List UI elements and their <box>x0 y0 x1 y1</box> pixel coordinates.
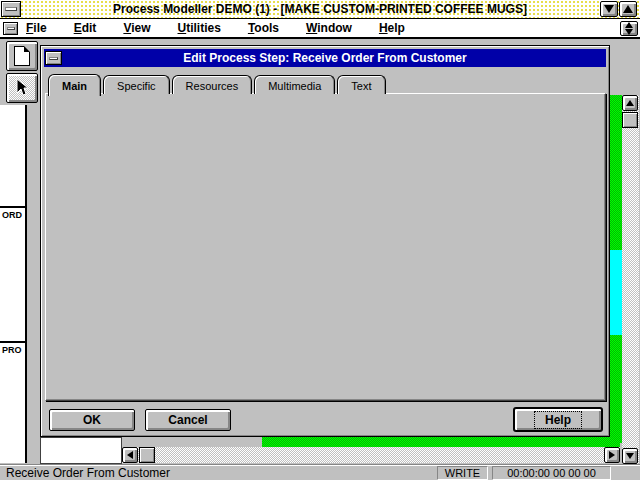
dialog-titlebar: Edit Process Step: Receive Order From Cu… <box>44 49 606 67</box>
menu-tools[interactable]: Tools <box>248 21 279 35</box>
maximize-icon <box>623 5 633 13</box>
scroll-down-button[interactable] <box>622 448 638 464</box>
cancel-button[interactable]: Cancel <box>145 409 231 431</box>
arrow-cursor-icon <box>14 79 30 97</box>
menu-window[interactable]: Window <box>306 21 352 35</box>
tab-multimedia[interactable]: Multimedia <box>254 75 335 94</box>
status-mode-indicator: WRITE <box>437 466 488 480</box>
scroll-left-icon <box>127 451 133 459</box>
status-bar: Receive Order From Customer WRITE 00:00:… <box>0 464 640 480</box>
menu-help[interactable]: Help <box>379 21 405 35</box>
status-clock: 00:00:00 00 00 00 <box>492 466 611 480</box>
map-green-region <box>610 95 622 250</box>
tab-specific[interactable]: Specific <box>103 75 170 94</box>
status-message: Receive Order From Customer <box>6 466 170 480</box>
lane-divider <box>0 341 25 343</box>
restore-down-icon <box>625 29 633 35</box>
lane-label-processing: PRO <box>2 345 22 355</box>
document-restore-button[interactable] <box>620 21 638 36</box>
map-green-region <box>610 335 622 443</box>
new-page-icon <box>14 46 30 66</box>
menu-edit[interactable]: Edit <box>74 21 97 35</box>
lane-divider <box>0 206 25 208</box>
scroll-right-icon <box>609 451 615 459</box>
edit-process-step-dialog: Edit Process Step: Receive Order From Cu… <box>40 45 610 437</box>
horizontal-scrollbar-thumb[interactable] <box>139 447 155 463</box>
map-canvas-fragment <box>40 437 122 464</box>
map-green-region <box>262 437 620 447</box>
minimize-icon <box>604 5 614 13</box>
menu-view[interactable]: View <box>123 21 150 35</box>
vertical-scrollbar[interactable] <box>622 95 639 464</box>
new-diagram-tool-button[interactable] <box>6 41 38 71</box>
menu-utilities[interactable]: Utilities <box>178 21 221 35</box>
tab-main[interactable]: Main <box>48 74 101 96</box>
app-title: Process Modeller DEMO (1) - [MAKE CUSTOM… <box>0 2 640 16</box>
scroll-left-button[interactable] <box>122 447 138 463</box>
cancel-button-label: Cancel <box>168 413 207 427</box>
tab-resources[interactable]: Resources <box>172 75 253 94</box>
help-button-label: Help <box>534 411 582 429</box>
tab-bar: Main Specific Resources Multimedia Text <box>48 72 388 94</box>
tab-content-panel <box>45 93 606 401</box>
lane-label-order: ORD <box>2 210 22 220</box>
system-menu-dash-icon <box>7 27 15 30</box>
scroll-up-icon <box>626 100 634 106</box>
scroll-down-icon <box>626 453 634 459</box>
scroll-up-button[interactable] <box>622 95 638 111</box>
tab-text[interactable]: Text <box>337 75 385 94</box>
menu-file[interactable]: File <box>26 21 47 35</box>
horizontal-scrollbar[interactable] <box>122 447 620 463</box>
restore-up-icon <box>625 22 633 28</box>
app-titlebar: Process Modeller DEMO (1) - [MAKE CUSTOM… <box>0 0 640 19</box>
ok-button[interactable]: OK <box>49 409 135 431</box>
ok-button-label: OK <box>83 413 101 427</box>
vertical-scrollbar-thumb[interactable] <box>622 112 638 128</box>
minimize-button[interactable] <box>600 1 618 17</box>
map-cyan-region <box>610 250 622 335</box>
menu-bar: File Edit View Utilities Tools Window He… <box>0 19 640 39</box>
document-system-menu-button[interactable] <box>3 22 18 35</box>
scroll-right-button[interactable] <box>604 447 620 463</box>
select-tool-button[interactable] <box>6 73 38 103</box>
help-button[interactable]: Help <box>514 408 602 431</box>
maximize-button[interactable] <box>619 1 637 17</box>
dialog-title: Edit Process Step: Receive Order From Cu… <box>44 51 606 65</box>
